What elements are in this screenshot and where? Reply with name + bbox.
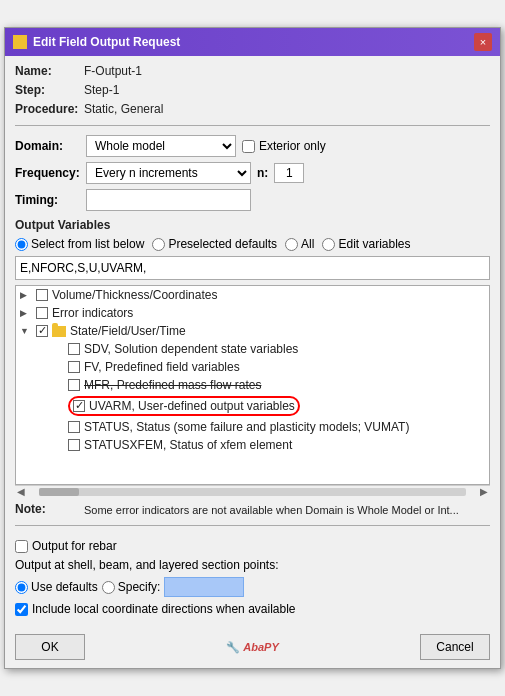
exterior-only-label: Exterior only	[259, 139, 326, 153]
exterior-only-checkbox[interactable]	[242, 140, 255, 153]
name-row: Name: F-Output-1	[15, 64, 490, 78]
tree-item-status[interactable]: STATUS, Status (some failure and plastic…	[48, 418, 489, 436]
output-variables-title: Output Variables	[15, 218, 490, 232]
form-content: Name: F-Output-1 Step: Step-1 Procedure:…	[5, 56, 500, 628]
tree-item-sdv[interactable]: SDV, Solution dependent state variables	[48, 340, 489, 358]
rebar-row: Output for rebar	[15, 539, 490, 553]
n-input[interactable]	[274, 163, 304, 183]
tree-item-uvarm[interactable]: UVARM, User-defined output variables	[48, 394, 489, 418]
main-window: Edit Field Output Request × Name: F-Outp…	[4, 27, 501, 669]
window-title: Edit Field Output Request	[33, 35, 180, 49]
rebar-checkbox[interactable]	[15, 540, 28, 553]
tree-checkbox-volume[interactable]	[36, 289, 48, 301]
procedure-row: Procedure: Static, General	[15, 102, 490, 116]
bottom-section: Output for rebar Output at shell, beam, …	[15, 535, 490, 620]
tree-section: ▶ Volume/Thickness/Coordinates ▶ Error i…	[15, 285, 490, 497]
tree-checkbox-uvarm[interactable]	[73, 400, 85, 412]
tree-checkbox-fv[interactable]	[68, 361, 80, 373]
note-label: Note:	[15, 502, 80, 516]
local-coords-checkbox[interactable]	[15, 603, 28, 616]
step-label: Step:	[15, 83, 80, 97]
tree-container[interactable]: ▶ Volume/Thickness/Coordinates ▶ Error i…	[15, 285, 490, 485]
horizontal-scrollbar[interactable]: ◀ ▶	[15, 485, 490, 497]
tree-text-fv: FV, Predefined field variables	[84, 360, 240, 374]
radio-use-label: Use defaults	[31, 580, 98, 594]
logo-text: AbaPY	[243, 641, 278, 653]
tree-item-state[interactable]: ▼ State/Field/User/Time	[16, 322, 489, 340]
tree-checkbox-statusxfem[interactable]	[68, 439, 80, 451]
frequency-label: Frequency:	[15, 166, 80, 180]
radio-specify[interactable]: Specify:	[102, 580, 161, 594]
radio-use-defaults[interactable]: Use defaults	[15, 580, 98, 594]
divider-1	[15, 125, 490, 126]
domain-select[interactable]: Whole model	[86, 135, 236, 157]
note-text: Some error indicators are not available …	[84, 504, 459, 516]
tree-text-volume: Volume/Thickness/Coordinates	[52, 288, 217, 302]
radio-preselected[interactable]: Preselected defaults	[152, 237, 277, 251]
radio-label-select: Select from list below	[31, 237, 144, 251]
tree-checkbox-status[interactable]	[68, 421, 80, 433]
divider-2	[15, 525, 490, 526]
radio-label-edit: Edit variables	[338, 237, 410, 251]
scroll-thumb[interactable]	[39, 488, 79, 496]
tree-arrow-uvarm	[52, 401, 64, 411]
tree-text-mfr: MFR, Predefined mass flow rates	[84, 378, 261, 392]
tree-text-sdv: SDV, Solution dependent state variables	[84, 342, 298, 356]
n-label: n:	[257, 166, 268, 180]
tree-item-volume[interactable]: ▶ Volume/Thickness/Coordinates	[16, 286, 489, 304]
procedure-label: Procedure:	[15, 102, 80, 116]
close-button[interactable]: ×	[474, 33, 492, 51]
step-value: Step-1	[84, 83, 119, 97]
radio-group: Select from list below Preselected defau…	[15, 237, 490, 251]
tree-checkbox-error[interactable]	[36, 307, 48, 319]
tree-text-statusxfem: STATUSXFEM, Status of xfem element	[84, 438, 292, 452]
step-row: Step: Step-1	[15, 83, 490, 97]
logo-icon: 🔧	[226, 641, 240, 654]
radio-specify-label: Specify:	[118, 580, 161, 594]
tree-item-mfr[interactable]: MFR, Predefined mass flow rates	[48, 376, 489, 394]
radio-all[interactable]: All	[285, 237, 314, 251]
scroll-track	[39, 488, 466, 496]
tree-arrow-sdv	[52, 344, 64, 354]
name-label: Name:	[15, 64, 80, 78]
radio-edit[interactable]: Edit variables	[322, 237, 410, 251]
ok-button[interactable]: OK	[15, 634, 85, 660]
tree-checkbox-mfr[interactable]	[68, 379, 80, 391]
button-row: OK 🔧 AbaPY Cancel	[5, 628, 500, 668]
note-row: Note: Some error indicators are not avai…	[15, 502, 490, 516]
local-coords-label: Include local coordinate directions when…	[32, 602, 296, 616]
radio-select-from-list[interactable]: Select from list below	[15, 237, 144, 251]
specify-input[interactable]	[164, 577, 244, 597]
exterior-only-row: Exterior only	[242, 139, 326, 153]
tree-arrow-status	[52, 422, 64, 432]
tree-arrow-state[interactable]: ▼	[20, 326, 32, 336]
timing-row: Timing: Output at exact times	[15, 189, 490, 211]
tree-checkbox-sdv[interactable]	[68, 343, 80, 355]
timing-label: Timing:	[15, 193, 80, 207]
tree-item-error[interactable]: ▶ Error indicators	[16, 304, 489, 322]
shell-label: Output at shell, beam, and layered secti…	[15, 558, 279, 572]
tree-checkbox-state[interactable]	[36, 325, 48, 337]
tree-arrow-error[interactable]: ▶	[20, 308, 32, 318]
timing-select[interactable]: Output at exact times	[86, 189, 251, 211]
tree-text-uvarm: UVARM, User-defined output variables	[89, 399, 295, 413]
tree-arrow-mfr	[52, 380, 64, 390]
name-value: F-Output-1	[84, 64, 142, 78]
uvarm-highlight: UVARM, User-defined output variables	[68, 396, 300, 416]
tree-text-state: State/Field/User/Time	[70, 324, 186, 338]
procedure-value: Static, General	[84, 102, 163, 116]
frequency-select[interactable]: Every n increments	[86, 162, 251, 184]
tree-text-error: Error indicators	[52, 306, 133, 320]
folder-icon-state	[52, 326, 66, 337]
variables-input[interactable]	[15, 256, 490, 280]
tree-text-status: STATUS, Status (some failure and plastic…	[84, 420, 409, 434]
title-bar: Edit Field Output Request ×	[5, 28, 500, 56]
radio-label-preselected: Preselected defaults	[168, 237, 277, 251]
tree-arrow-volume[interactable]: ▶	[20, 290, 32, 300]
cancel-button[interactable]: Cancel	[420, 634, 490, 660]
logo-area: 🔧 AbaPY	[226, 641, 278, 654]
tree-item-fv[interactable]: FV, Predefined field variables	[48, 358, 489, 376]
domain-row: Domain: Whole model Exterior only	[15, 135, 490, 157]
tree-arrow-statusxfem	[52, 440, 64, 450]
tree-item-statusxfem[interactable]: STATUSXFEM, Status of xfem element	[48, 436, 489, 454]
